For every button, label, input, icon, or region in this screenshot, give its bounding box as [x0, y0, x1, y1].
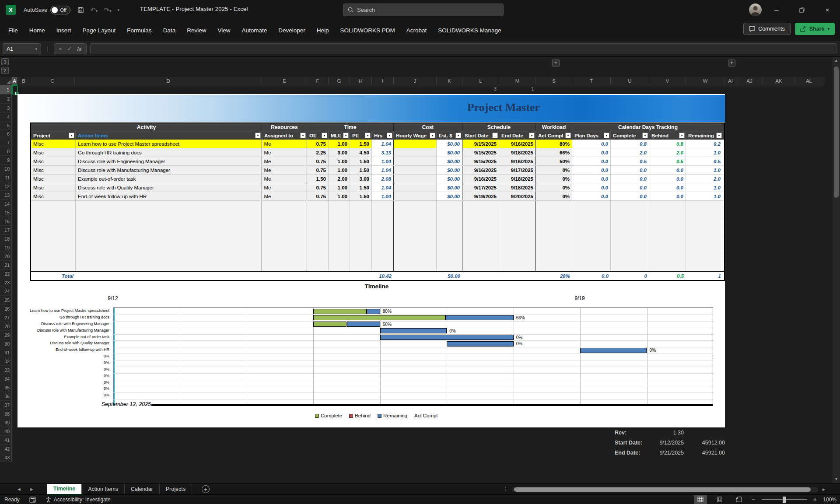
- cell-value-row1b[interactable]: 1: [521, 86, 534, 91]
- row-header[interactable]: 3: [0, 104, 12, 113]
- empty-cell[interactable]: [393, 210, 437, 218]
- column-header[interactable]: K: [437, 77, 462, 85]
- name-box[interactable]: A1▾: [3, 43, 41, 54]
- cell-hrs[interactable]: 1.04: [372, 166, 394, 174]
- row-header[interactable]: 38: [0, 410, 12, 418]
- prev-sheet-icon[interactable]: ◄: [17, 486, 21, 492]
- row-header[interactable]: 12: [0, 182, 12, 191]
- page-break-view-button[interactable]: [732, 495, 746, 504]
- restore-button[interactable]: [789, 0, 815, 20]
- filter-icon[interactable]: ▼: [365, 133, 371, 138]
- sheet-tab[interactable]: Timeline: [47, 484, 82, 495]
- row-header[interactable]: 2: [0, 94, 12, 104]
- empty-cell[interactable]: [437, 245, 462, 253]
- confirm-entry-icon[interactable]: ✓: [67, 46, 72, 52]
- column-header[interactable]: AL: [795, 77, 823, 85]
- cell-oe[interactable]: 1.50: [307, 175, 329, 183]
- row-header[interactable]: 23: [0, 278, 12, 287]
- cell-pe[interactable]: 1.50: [350, 183, 372, 192]
- cell-hrs[interactable]: 1.04: [372, 140, 394, 148]
- empty-cell[interactable]: [372, 210, 394, 218]
- empty-cell[interactable]: [329, 210, 350, 218]
- select-all-corner[interactable]: [0, 77, 12, 85]
- scroll-up-icon[interactable]: ▲: [834, 57, 838, 64]
- row-header[interactable]: 11: [0, 173, 12, 182]
- ribbon-tab[interactable]: SOLIDWORKS PDM: [335, 23, 401, 38]
- empty-cell[interactable]: [372, 236, 394, 245]
- cell-behind[interactable]: 0.0: [649, 183, 686, 192]
- cell-activity[interactable]: Discuss role with Engineering Manager: [76, 157, 262, 165]
- sheet-tab[interactable]: Action Items: [82, 484, 125, 495]
- ribbon-tab[interactable]: Data: [158, 23, 182, 38]
- save-icon[interactable]: [77, 7, 84, 13]
- empty-cell[interactable]: [372, 218, 394, 227]
- empty-cell[interactable]: [649, 245, 686, 253]
- horizontal-scroll-thumb[interactable]: [514, 487, 811, 492]
- cell-complete[interactable]: 2.0: [611, 148, 649, 157]
- empty-cell[interactable]: [350, 236, 372, 245]
- empty-cell[interactable]: [686, 227, 723, 236]
- cell-activity[interactable]: Example out-of-order task: [76, 175, 262, 183]
- empty-cell[interactable]: [76, 201, 262, 210]
- filter-icon[interactable]: ▼: [716, 133, 722, 138]
- empty-cell[interactable]: [307, 245, 329, 253]
- cell-start-date[interactable]: 9/15/2025: [462, 157, 500, 165]
- empty-cell[interactable]: [76, 210, 262, 218]
- cell-plan-days[interactable]: 0.0: [572, 192, 611, 200]
- minimize-button[interactable]: ─: [764, 0, 789, 20]
- cell-project[interactable]: Misc: [31, 157, 76, 165]
- empty-cell[interactable]: [611, 236, 649, 245]
- cell-plan-days[interactable]: 0.0: [572, 166, 611, 174]
- empty-cell[interactable]: [611, 253, 649, 262]
- cell-remaining[interactable]: 1.0: [686, 192, 723, 200]
- cell-project[interactable]: Misc: [31, 175, 76, 183]
- empty-cell[interactable]: [686, 245, 723, 253]
- ribbon-tab[interactable]: Help: [311, 23, 335, 38]
- filter-icon[interactable]: ▼: [69, 133, 74, 138]
- row-header[interactable]: 34: [0, 374, 12, 383]
- empty-cell[interactable]: [262, 253, 308, 262]
- empty-cell[interactable]: [462, 262, 500, 271]
- empty-cell[interactable]: [307, 218, 329, 227]
- excel-logo-icon[interactable]: X: [6, 5, 16, 15]
- cell-est[interactable]: $0.00: [437, 166, 462, 174]
- empty-cell[interactable]: [437, 236, 462, 245]
- column-header[interactable]: W: [686, 77, 725, 85]
- filter-icon[interactable]: ▼: [300, 133, 306, 138]
- empty-cell[interactable]: [572, 253, 611, 262]
- empty-cell[interactable]: [536, 227, 573, 236]
- empty-cell[interactable]: [437, 253, 462, 262]
- empty-cell[interactable]: [31, 227, 76, 236]
- row-header[interactable]: 32: [0, 357, 12, 366]
- empty-cell[interactable]: [462, 245, 500, 253]
- cell-act-compl[interactable]: 50%: [536, 157, 573, 165]
- customize-toolbar-icon[interactable]: ▾: [117, 8, 119, 12]
- empty-cell[interactable]: [76, 218, 262, 227]
- row-header[interactable]: 13: [0, 191, 12, 200]
- empty-cell[interactable]: [262, 201, 308, 210]
- column-header[interactable]: A: [12, 77, 18, 85]
- cell-pe[interactable]: 1.50: [350, 192, 372, 200]
- cell-assigned[interactable]: Me: [262, 166, 308, 174]
- cell-wage[interactable]: [393, 140, 437, 148]
- row-header[interactable]: 5: [0, 122, 12, 130]
- cell-hrs[interactable]: 1.04: [372, 183, 394, 192]
- empty-cell[interactable]: [499, 253, 536, 262]
- ribbon-tab[interactable]: Acrobat: [401, 23, 433, 38]
- empty-cell[interactable]: [76, 262, 262, 271]
- filter-icon[interactable]: ▼: [604, 133, 609, 138]
- zoom-out-icon[interactable]: −: [752, 496, 756, 503]
- ribbon-tab[interactable]: File: [3, 23, 24, 38]
- row-header[interactable]: 19: [0, 243, 12, 252]
- row-header[interactable]: 26: [0, 304, 12, 313]
- accessibility-status[interactable]: Accessibility: Investigate: [54, 497, 111, 503]
- empty-cell[interactable]: [499, 227, 536, 236]
- new-sheet-button[interactable]: +: [202, 485, 210, 493]
- cell-oe[interactable]: 0.75: [307, 192, 329, 200]
- cell-activity[interactable]: Discuss role with Manufacturing Manager: [76, 166, 262, 174]
- column-header[interactable]: E: [262, 77, 307, 85]
- cell-project[interactable]: Misc: [31, 166, 76, 174]
- empty-cell[interactable]: [686, 218, 723, 227]
- cell-behind[interactable]: 0.0: [649, 166, 686, 174]
- column-header[interactable]: I: [372, 77, 394, 85]
